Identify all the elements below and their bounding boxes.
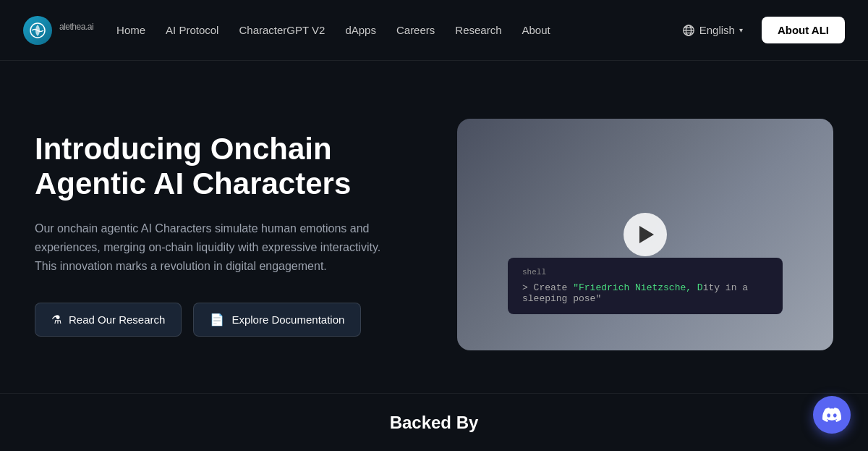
- navbar: alethea.ai Home AI Protocol CharacterGPT…: [0, 0, 868, 61]
- nav-about[interactable]: About: [522, 24, 550, 36]
- video-container[interactable]: shell > Create "Friedrich Nietzsche, Dit…: [457, 119, 833, 350]
- terminal-line: > Create "Friedrich Nietzsche, Dity in a…: [522, 282, 768, 304]
- nav-careers[interactable]: Careers: [396, 24, 435, 36]
- hero-description: Our onchain agentic AI Characters simula…: [35, 219, 382, 277]
- terminal-header: shell: [522, 268, 768, 277]
- read-research-label: Read Our Research: [69, 313, 165, 326]
- hero-title: Introducing Onchain Agentic AI Character…: [35, 132, 382, 202]
- backed-by-section: Backed By: [0, 393, 868, 451]
- play-button[interactable]: [624, 213, 667, 256]
- discord-icon: [822, 405, 841, 424]
- nav-ai-protocol[interactable]: AI Protocol: [166, 24, 218, 36]
- explore-docs-button[interactable]: 📄 Explore Documentation: [193, 303, 361, 337]
- discord-button[interactable]: [813, 396, 851, 434]
- read-research-button[interactable]: ⚗ Read Our Research: [35, 303, 182, 337]
- video-overlay: shell > Create "Friedrich Nietzsche, Dit…: [457, 119, 833, 350]
- document-icon: 📄: [210, 313, 224, 326]
- beaker-icon: ⚗: [51, 313, 61, 326]
- nav-home[interactable]: Home: [116, 24, 145, 36]
- hero-content: Introducing Onchain Agentic AI Character…: [35, 132, 382, 337]
- nav-left: alethea.ai Home AI Protocol CharacterGPT…: [23, 16, 550, 45]
- hero-buttons: ⚗ Read Our Research 📄 Explore Documentat…: [35, 303, 382, 337]
- hero-section: Introducing Onchain Agentic AI Character…: [0, 61, 868, 393]
- brand-name: alethea.ai: [59, 21, 93, 40]
- chevron-down-icon: ▾: [739, 26, 743, 34]
- explore-docs-label: Explore Documentation: [231, 313, 344, 326]
- nav-character-gpt[interactable]: CharacterGPT V2: [239, 24, 325, 36]
- language-label: English: [699, 24, 735, 36]
- terminal-prompt: > Create: [522, 282, 573, 293]
- globe-icon: [682, 24, 695, 37]
- about-ali-button[interactable]: About ALI: [762, 17, 845, 43]
- nav-research[interactable]: Research: [455, 24, 501, 36]
- logo-icon: [23, 16, 52, 45]
- terminal-string: "Friedrich Nietzsche, D: [573, 282, 702, 293]
- play-triangle-icon: [639, 226, 654, 243]
- nav-right: English ▾ About ALI: [675, 17, 845, 43]
- logo[interactable]: alethea.ai: [23, 16, 93, 45]
- backed-by-title: Backed By: [390, 413, 479, 433]
- language-selector[interactable]: English ▾: [675, 20, 750, 41]
- video-terminal: shell > Create "Friedrich Nietzsche, Dit…: [508, 258, 783, 314]
- nav-links: Home AI Protocol CharacterGPT V2 dApps C…: [116, 24, 550, 37]
- nav-dapps[interactable]: dApps: [345, 24, 376, 36]
